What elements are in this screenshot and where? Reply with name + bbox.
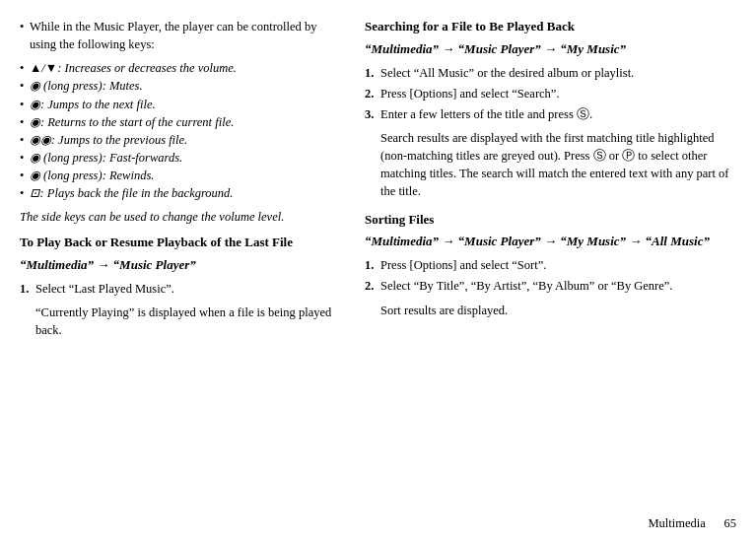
section1-heading-right: Searching for a File to Be Played Back — [365, 18, 736, 36]
step-text-right-3: Enter a few letters of the title and pre… — [380, 105, 736, 123]
step-num-left-1: 1. — [20, 280, 35, 298]
section2-steps-left: 1. Select “Last Played Music”. — [20, 280, 335, 298]
key-item-1: ▲/▼: Increases or decreases the volume. — [20, 59, 335, 77]
key-icon-7: ◉ — [30, 169, 40, 182]
section1-steps-right: 1. Select “All Music” or the desired alb… — [365, 64, 736, 123]
step-left-1: 1. Select “Last Played Music”. — [20, 280, 335, 298]
key-icon-5: ◉◉ — [30, 133, 51, 147]
key-icon-2: ◉ — [30, 79, 40, 93]
step-num-right-2: 2. — [365, 85, 380, 102]
intro-text: While in the Music Player, the player ca… — [30, 20, 316, 51]
section2-heading-right: Sorting Files — [365, 211, 736, 230]
footer-text: Multimedia — [648, 516, 705, 530]
footer: Multimedia 65 — [648, 516, 736, 531]
key-text-6: (long press): Fast-forwards. — [40, 151, 182, 165]
key-item-3: ◉: Jumps to the next file. — [20, 96, 335, 113]
key-icon-4: ◉ — [30, 115, 40, 129]
note-text-right-2: Sort results are displayed. — [380, 304, 508, 317]
left-column: While in the Music Player, the player ca… — [20, 18, 355, 523]
step-text-right-2: Press [Options] and select “Search”. — [380, 85, 736, 102]
key-icon-1: ▲/▼ — [30, 61, 57, 75]
step-num-right-1: 1. — [365, 64, 380, 82]
key-icon-6: ◉ — [30, 151, 40, 165]
section2-indent-left: “Currently Playing” is displayed when a … — [20, 304, 335, 339]
key-text-3: : Jumps to the next file. — [40, 98, 156, 111]
right-column: Searching for a File to Be Played Back “… — [355, 18, 736, 523]
key-text-8: : Plays back the file in the background. — [39, 186, 233, 200]
note-text-right-1: Search results are displayed with the fi… — [380, 131, 728, 198]
step-right-sort-1: 1. Press [Options] and select “Sort”. — [365, 256, 736, 274]
key-text-1: : Increases or decreases the volume. — [57, 61, 237, 75]
key-item-7: ◉ (long press): Rewinds. — [20, 167, 335, 184]
step-text-left-1: Select “Last Played Music”. — [35, 280, 335, 298]
step-num-sort-1: 1. — [365, 256, 380, 274]
step-right-2: 2. Press [Options] and select “Search”. — [365, 85, 736, 102]
step-text-right-1: Select “All Music” or the desired album … — [380, 64, 736, 82]
key-item-8: ⊡: Plays back the file in the background… — [20, 184, 335, 202]
step-text-sort-2: Select “By Title”, “By Artist”, “By Albu… — [380, 277, 736, 295]
key-item-2: ◉ (long press): Mutes. — [20, 77, 335, 95]
step-right-3: 3. Enter a few letters of the title and … — [365, 105, 736, 123]
keys-list: ▲/▼: Increases or decreases the volume. … — [20, 59, 335, 202]
key-icon-8: ⊡ — [30, 186, 39, 200]
step-right-1: 1. Select “All Music” or the desired alb… — [365, 64, 736, 82]
indent-text-left: “Currently Playing” is displayed when a … — [35, 305, 331, 337]
key-item-6: ◉ (long press): Fast-forwards. — [20, 149, 335, 167]
section2-subheading-right: “Multimedia” → “Music Player” → “My Musi… — [365, 233, 736, 251]
step-num-sort-2: 2. — [365, 277, 380, 295]
key-text-5: : Jumps to the previous file. — [51, 133, 187, 147]
section2-note-right: Sort results are displayed. — [365, 302, 736, 319]
side-keys-note: The side keys can be used to change the … — [20, 208, 335, 226]
section1-note-right: Search results are displayed with the fi… — [365, 129, 736, 201]
intro-bullet: While in the Music Player, the player ca… — [20, 18, 335, 53]
page-container: While in the Music Player, the player ca… — [0, 0, 756, 541]
step-text-sort-1: Press [Options] and select “Sort”. — [380, 256, 736, 274]
key-text-4: : Returns to the start of the current fi… — [40, 115, 234, 129]
key-item-5: ◉◉: Jumps to the previous file. — [20, 131, 335, 149]
section2-steps-right: 1. Press [Options] and select “Sort”. 2.… — [365, 256, 736, 295]
key-item-4: ◉: Returns to the start of the current f… — [20, 113, 335, 131]
key-icon-3: ◉ — [30, 98, 40, 111]
key-text-7: (long press): Rewinds. — [40, 169, 155, 182]
step-right-sort-2: 2. Select “By Title”, “By Artist”, “By A… — [365, 277, 736, 295]
key-text-2: (long press): Mutes. — [40, 79, 143, 93]
intro-list: While in the Music Player, the player ca… — [20, 18, 335, 53]
section2-heading-left: To Play Back or Resume Playback of the L… — [20, 234, 335, 252]
step-num-right-3: 3. — [365, 105, 380, 123]
footer-page-num: 65 — [724, 516, 737, 530]
section2-subheading-left: “Multimedia” → “Music Player” — [20, 256, 335, 275]
section1-subheading-right: “Multimedia” → “Music Player” → “My Musi… — [365, 40, 736, 59]
